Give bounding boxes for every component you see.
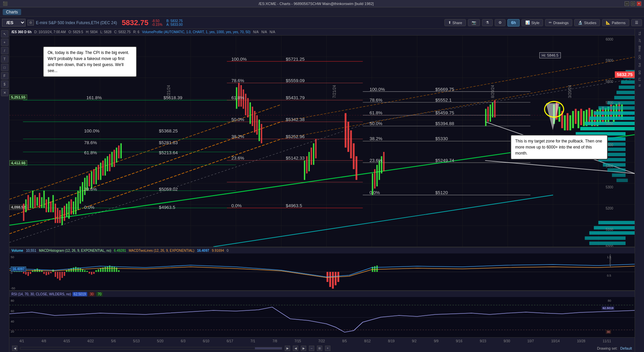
svg-text:38.2%: 38.2%	[231, 134, 245, 139]
zoom-in-button[interactable]: +	[325, 346, 330, 351]
svg-rect-133	[494, 100, 495, 117]
svg-rect-123	[372, 173, 373, 195]
svg-rect-159	[621, 105, 623, 120]
crosshair-tool[interactable]: +	[1, 39, 8, 46]
svg-rect-245	[43, 272, 45, 274]
bid: B: 5832.75	[166, 19, 182, 23]
svg-rect-90	[100, 163, 101, 180]
ask: A: 5833.00	[166, 23, 182, 26]
right-label-ts[interactable]: TS	[637, 30, 642, 37]
fib-tool[interactable]: F	[1, 72, 8, 79]
vol-right-05: 0.5	[607, 274, 611, 277]
symbol-selector[interactable]: /ES	[2, 19, 25, 26]
close-button[interactable]: ✕	[637, 1, 641, 6]
patterns-button[interactable]: 📐 Patterns	[602, 19, 629, 26]
maximize-button[interactable]: □	[631, 1, 635, 6]
date-tick-415: 4/15	[63, 339, 70, 343]
svg-rect-89	[98, 165, 99, 180]
style-button[interactable]: 📊 Style	[522, 19, 543, 26]
date-tick-422: 4/22	[87, 339, 94, 343]
eraser-tool[interactable]: ✕	[1, 89, 8, 96]
svg-text:$5459.75: $5459.75	[435, 111, 454, 116]
scroll-left-button[interactable]: ◀	[12, 346, 17, 351]
svg-rect-137	[561, 111, 563, 128]
svg-rect-121	[353, 143, 355, 169]
flask-button[interactable]: ⚗	[482, 19, 493, 26]
svg-rect-155	[610, 105, 612, 120]
drawings-button[interactable]: ✏ Drawings	[545, 19, 572, 26]
price-change-abs: -8.50	[152, 19, 162, 23]
line-tool[interactable]: /	[1, 47, 8, 54]
price-tool[interactable]: $	[1, 80, 8, 88]
svg-rect-83	[84, 178, 86, 195]
date-tick-48: 4/8	[42, 339, 46, 343]
chart-open: O: 5829.5	[68, 30, 83, 34]
svg-rect-91	[102, 161, 104, 176]
symbol-settings-button[interactable]: ⚙	[28, 20, 34, 25]
macd-value3: 0	[227, 249, 229, 252]
scroll-track[interactable]	[20, 347, 282, 350]
svg-rect-116	[313, 143, 314, 165]
vol-scale-50: 50	[11, 255, 14, 259]
svg-text:$5669.75: $5669.75	[435, 87, 454, 92]
menu-item-charts[interactable]: Charts	[3, 9, 21, 15]
date-ticks: 4/1 4/8 4/15 4/22 5/6 5/13 5/20 6/3 6/10…	[19, 339, 611, 343]
svg-line-25	[281, 57, 635, 122]
svg-rect-87	[93, 169, 95, 184]
timeframe-button[interactable]: 6h	[507, 19, 520, 26]
svg-rect-130	[487, 107, 489, 122]
svg-rect-105	[247, 98, 249, 117]
zoom-out-button[interactable]: –	[309, 346, 314, 351]
date-axis: 4/1 4/8 4/15 4/22 5/6 5/13 5/20 6/3 6/10…	[9, 337, 635, 345]
svg-text:61.8%: 61.8%	[231, 96, 245, 101]
svg-rect-143	[578, 111, 579, 128]
text-tool[interactable]: T	[1, 55, 8, 63]
right-label-ps[interactable]: PS	[637, 62, 642, 68]
volume-profile-indicator: VolumeProfile (AUTOMATIC, 1.0, CHART, 1,…	[142, 30, 251, 34]
window-controls: – □ ✕	[625, 1, 641, 6]
right-label-db[interactable]: DB	[637, 69, 642, 76]
camera-button[interactable]: 📷	[468, 19, 480, 26]
chart-high: H: 5834	[86, 30, 98, 34]
price-grid-5200: 5200	[606, 207, 613, 210]
right-label-btns[interactable]: Btns	[637, 44, 642, 53]
na2: N/A	[261, 30, 267, 34]
triangle-annotation	[546, 103, 559, 130]
svg-rect-179	[607, 168, 626, 172]
nav-right-button[interactable]: ▶	[301, 346, 306, 351]
scroll-right-button[interactable]: ▶	[285, 346, 290, 351]
share-button[interactable]: ⬆ Share	[444, 19, 466, 26]
studies-button[interactable]: 🔬 Studies	[574, 19, 600, 26]
svg-rect-107	[252, 107, 253, 126]
svg-rect-74	[64, 206, 65, 221]
hi-price-label: Hi: 5846.5	[539, 52, 561, 58]
svg-rect-250	[55, 272, 56, 277]
svg-rect-149	[594, 111, 595, 126]
right-label-at[interactable]: AT	[637, 38, 642, 44]
rect-tool[interactable]: □	[1, 64, 8, 71]
macd-hist-value: 6.49281	[114, 249, 126, 252]
svg-rect-109	[256, 115, 258, 135]
svg-rect-125	[376, 165, 378, 186]
svg-text:61.8%: 61.8%	[84, 150, 97, 155]
gear-button[interactable]: ⚙	[495, 19, 505, 26]
svg-rect-117	[315, 139, 317, 159]
svg-rect-59	[30, 197, 31, 208]
more-options-button[interactable]: ☰	[631, 19, 642, 26]
na1: N/A	[253, 30, 259, 34]
minimize-button[interactable]: –	[625, 1, 629, 6]
right-label-l2[interactable]: L2	[637, 76, 642, 82]
svg-rect-171	[580, 127, 635, 130]
main-chart-canvas[interactable]: 5,251.55 4,412.98 4,098.52 Hi: 5846.5 58…	[9, 36, 635, 247]
nav-left-button[interactable]: ◀	[293, 346, 298, 351]
date-tick-923: 9/23	[480, 339, 486, 343]
svg-rect-65	[43, 191, 45, 208]
patterns-icon: 📐	[606, 20, 610, 25]
cursor-tool[interactable]: ↖	[1, 30, 8, 38]
svg-rect-97	[116, 148, 117, 163]
fit-button[interactable]: ⊞	[317, 346, 322, 351]
svg-rect-69	[52, 195, 54, 212]
svg-rect-268	[96, 270, 97, 272]
right-label-n[interactable]: N	[637, 83, 642, 88]
right-label-oc[interactable]: OC	[637, 54, 642, 61]
